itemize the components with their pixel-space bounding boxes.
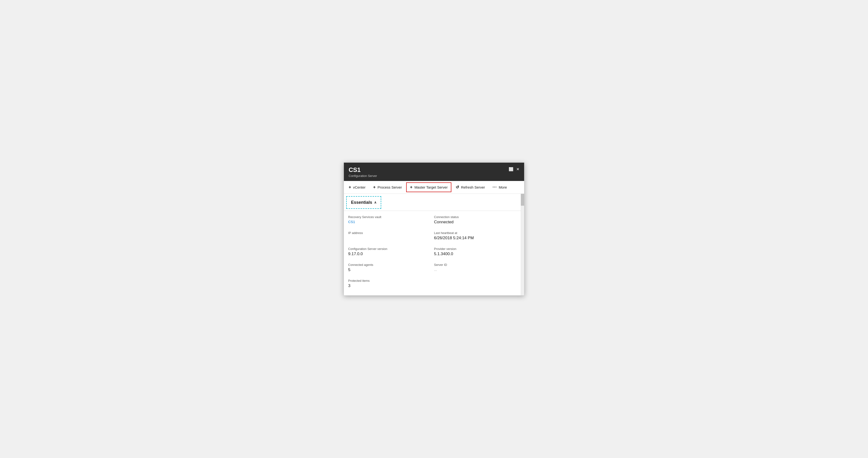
provider-version-cell: Provider version 5.1.3400.0	[434, 243, 520, 259]
recovery-vault-value[interactable]: CS1	[348, 220, 432, 224]
master-target-button[interactable]: + Master Target Server	[406, 182, 452, 192]
empty-cell	[434, 275, 520, 291]
vcenter-label: vCenter	[353, 185, 366, 189]
scrollbar-track[interactable]: ▲	[521, 194, 524, 295]
connected-agents-label: Connected agents	[348, 263, 432, 267]
cs-version-cell: Configuration Server version 9.17.0.0	[348, 243, 434, 259]
title-bar-left: CS1 Configuration Server	[349, 166, 377, 178]
process-server-button[interactable]: + Process Server	[369, 181, 406, 193]
scroll-thumb[interactable]	[521, 194, 524, 206]
ip-address-cell: IP address	[348, 227, 434, 243]
main-window: CS1 Configuration Server ⬜ ✕ + vCenter +…	[344, 162, 524, 296]
more-label: More	[499, 185, 507, 189]
provider-version-value: 5.1.3400.0	[434, 252, 518, 256]
protected-items-label: Protected items	[348, 279, 432, 282]
maximize-button[interactable]: ⬜	[509, 167, 514, 171]
connected-agents-cell: Connected agents 5	[348, 259, 434, 275]
toolbar: + vCenter + Process Server + Master Targ…	[344, 181, 524, 194]
master-target-label: Master Target Server	[414, 185, 448, 189]
essentials-header[interactable]: Essentials ∧	[346, 196, 381, 209]
process-server-label: Process Server	[378, 185, 402, 189]
protected-items-cell: Protected items 3	[348, 275, 434, 291]
more-icon: ···	[493, 185, 497, 190]
server-id-label: Server ID	[434, 263, 518, 267]
title-bar: CS1 Configuration Server ⬜ ✕	[344, 163, 524, 181]
content-wrapper: Essentials ∧ Recovery Services vault CS1…	[344, 194, 524, 295]
vcenter-icon: +	[349, 185, 351, 190]
essentials-chevron: ∧	[374, 201, 376, 204]
close-button[interactable]: ✕	[516, 167, 519, 171]
server-id-value: ...	[434, 268, 518, 272]
data-grid: Recovery Services vault CS1 Connection s…	[344, 211, 524, 291]
server-id-cell: Server ID ...	[434, 259, 520, 275]
essentials-label: Essentials	[351, 200, 372, 205]
window-subtitle: Configuration Server	[349, 174, 377, 178]
refresh-icon: ↺	[456, 185, 459, 190]
connection-status-label: Connection status	[434, 215, 518, 219]
connected-agents-value: 5	[348, 268, 432, 272]
heartbeat-label: Last heartbeat at	[434, 231, 518, 235]
ip-address-label: IP address	[348, 231, 432, 235]
recovery-vault-cell: Recovery Services vault CS1	[348, 211, 434, 227]
provider-version-label: Provider version	[434, 247, 518, 251]
more-button[interactable]: ··· More	[489, 181, 510, 193]
master-target-icon: +	[410, 185, 412, 190]
connection-status-value: Connected	[434, 220, 518, 224]
heartbeat-value: 6/26/2018 5:24:14 PM	[434, 236, 518, 240]
process-server-icon: +	[373, 185, 376, 190]
window-title: CS1	[349, 166, 377, 173]
title-bar-controls: ⬜ ✕	[509, 167, 519, 171]
heartbeat-cell: Last heartbeat at 6/26/2018 5:24:14 PM	[434, 227, 520, 243]
vcenter-button[interactable]: + vCenter	[345, 181, 369, 193]
cs-version-label: Configuration Server version	[348, 247, 432, 251]
protected-items-value: 3	[348, 283, 432, 288]
refresh-server-button[interactable]: ↺ Refresh Server	[452, 181, 489, 193]
cs-version-value: 9.17.0.0	[348, 252, 432, 256]
recovery-vault-label: Recovery Services vault	[348, 215, 432, 219]
connection-status-cell: Connection status Connected	[434, 211, 520, 227]
refresh-server-label: Refresh Server	[461, 185, 485, 189]
content-area: Essentials ∧ Recovery Services vault CS1…	[344, 194, 524, 295]
